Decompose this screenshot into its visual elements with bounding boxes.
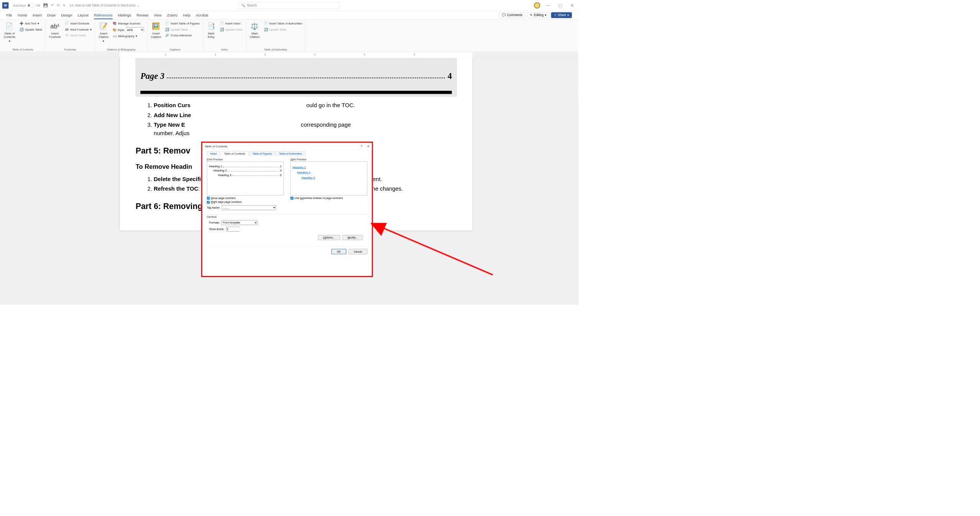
insert-toa-button[interactable]: 📄Insert Table of Authorities xyxy=(262,21,303,26)
search-input[interactable]: 🔍 Search xyxy=(238,2,340,9)
ribbon-group-citations: 📝 Insert Citation ▾ 📚Manage Sources 🎨Sty… xyxy=(95,20,147,52)
group-label: Index xyxy=(205,47,244,52)
ruler[interactable]: 1 2 3 4 5 6 xyxy=(0,52,578,58)
manage-sources-button[interactable]: 📚Manage Sources xyxy=(111,21,146,26)
close-button[interactable]: ✕ xyxy=(568,3,576,8)
help-button[interactable]: ? xyxy=(361,144,362,148)
menu-file[interactable]: File xyxy=(7,13,12,19)
minimize-button[interactable]: — xyxy=(544,3,552,8)
autosave-toggle[interactable]: AutoSave Off xyxy=(13,3,40,7)
cross-reference-button[interactable]: 🔗Cross-reference xyxy=(164,33,201,38)
undo-icon[interactable]: ↶ xyxy=(51,3,54,7)
list-item[interactable]: Type New Exxxxxxxxxxxxxxxxxxxxxxxxxxxxxx… xyxy=(154,120,457,138)
chevron-down-icon: ▾ xyxy=(103,39,104,43)
xref-icon: 🔗 xyxy=(165,33,169,38)
citation-style-select[interactable]: 🎨Style:APA xyxy=(111,27,146,33)
toggle-off-icon[interactable] xyxy=(27,3,35,7)
insert-caption-button[interactable]: 🖼️ Insert Caption xyxy=(149,21,163,39)
group-label: Citations & Bibliography xyxy=(97,47,146,52)
cancel-button[interactable]: Cancel xyxy=(349,249,367,254)
print-preview-box[interactable]: Heading 11 Heading 23 Heading 35 xyxy=(207,162,284,196)
menu-insert[interactable]: Insert xyxy=(33,13,42,19)
tab-toc[interactable]: Table of Contents xyxy=(221,151,249,156)
hyperlinks-checkbox[interactable]: Use hyperlinks instead of page numbers xyxy=(290,196,367,199)
show-levels-input[interactable] xyxy=(226,227,239,232)
insert-tof-button[interactable]: 📄Insert Table of Figures xyxy=(164,21,201,26)
chevron-down-icon: ▾ xyxy=(38,22,39,25)
embed-page-num: 4 xyxy=(447,71,452,81)
web-preview-label: Web Preview xyxy=(290,158,367,161)
menu-view[interactable]: View xyxy=(154,13,162,19)
document-title[interactable]: 14. How to Add Table of Contents in Word… xyxy=(69,3,136,7)
comments-button[interactable]: 💬Comments xyxy=(499,12,525,18)
ok-button[interactable]: OK xyxy=(331,249,346,254)
ribbon-group-footnotes: ab¹ Insert Footnote 📄Insert Endnote abNe… xyxy=(46,20,95,52)
update-table-button[interactable]: 🔄Update Table xyxy=(18,27,43,32)
maximize-button[interactable]: ▢ xyxy=(556,3,564,8)
menu-mailings[interactable]: Mailings xyxy=(118,13,131,19)
tab-leader-select[interactable]: ....... xyxy=(222,205,277,210)
right-align-checkbox[interactable]: Right align page numbers xyxy=(207,201,284,204)
menu-help[interactable]: Help xyxy=(183,13,190,19)
list-item[interactable]: Position Cursxxxxxxxxxxxxxxxxxxxxxxxxxxx… xyxy=(154,101,457,110)
tab-toa[interactable]: Table of Authorities xyxy=(275,151,305,156)
ribbon-group-index: 📑 Mark Entry 📄Insert Index 🔄Update Index… xyxy=(203,20,246,52)
menu-home[interactable]: Home xyxy=(18,13,27,19)
menu-zotero[interactable]: Zotero xyxy=(167,13,177,19)
biblio-icon: 📖 xyxy=(113,34,117,38)
share-button[interactable]: ⇪Share▾ xyxy=(551,12,572,18)
insert-citation-button[interactable]: 📝 Insert Citation ▾ xyxy=(97,21,110,44)
document-viewport[interactable]: Page 3 4 Position Cursxxxxxxxxxxxxxxxxxx… xyxy=(0,58,578,305)
qat-dropdown-icon[interactable]: ▾ xyxy=(63,3,65,7)
show-page-numbers-checkbox[interactable]: Show page numbers xyxy=(207,196,284,199)
annotation-arrow xyxy=(371,223,506,291)
tab-index[interactable]: Index xyxy=(207,151,220,156)
menu-acrobat[interactable]: Acrobat xyxy=(196,13,208,19)
sources-icon: 📚 xyxy=(113,21,117,26)
embedded-screenshot[interactable]: Page 3 4 xyxy=(136,58,457,96)
redo-icon[interactable]: ↻ xyxy=(57,3,60,7)
mark-citation-button[interactable]: ⚖️ Mark Citation xyxy=(248,21,261,39)
share-icon: ⇪ xyxy=(554,13,557,17)
list-item[interactable]: Add New Line xyxy=(154,111,457,119)
search-icon: 🔍 xyxy=(241,3,245,7)
group-label: Table of Authorities xyxy=(248,47,303,52)
show-levels-label: Show levels: xyxy=(209,227,225,230)
style-dropdown[interactable]: APA xyxy=(126,27,144,32)
web-link-h1[interactable]: Heading 1 xyxy=(292,165,365,169)
options-button[interactable]: Options... xyxy=(318,235,340,240)
table-of-contents-button[interactable]: 📄 Table of Contents ▾ xyxy=(2,21,17,44)
embed-page-label: Page 3 xyxy=(140,71,164,81)
save-icon[interactable]: 💾 xyxy=(43,3,48,7)
general-label: General xyxy=(207,215,367,218)
insert-endnote-button[interactable]: 📄Insert Endnote xyxy=(64,21,93,26)
web-link-h3[interactable]: Heading 3 xyxy=(292,176,365,180)
menu-references[interactable]: References xyxy=(94,13,112,19)
dialog-tabs: Index Table of Contents Table of Figures… xyxy=(202,150,372,156)
close-button[interactable]: ✕ xyxy=(367,144,370,148)
tab-tof[interactable]: Table of Figures xyxy=(249,151,275,156)
ribbon-references: 📄 Table of Contents ▾ ➕Add Text▾ 🔄Update… xyxy=(0,20,578,52)
chevron-down-icon[interactable]: ⌄ xyxy=(137,3,140,7)
menu-design[interactable]: Design xyxy=(61,13,72,19)
menu-layout[interactable]: Layout xyxy=(78,13,88,19)
mark-entry-button[interactable]: 📑 Mark Entry xyxy=(205,21,218,39)
editing-mode-button[interactable]: ✎Editing▾ xyxy=(527,12,549,18)
menu-draw[interactable]: Draw xyxy=(47,13,56,19)
menu-review[interactable]: Review xyxy=(136,13,148,19)
bibliography-button[interactable]: 📖Bibliography▾ xyxy=(111,33,146,39)
formats-select[interactable]: From template xyxy=(221,220,257,225)
tab-leader-label: Tab leader: xyxy=(207,206,220,209)
add-text-button[interactable]: ➕Add Text▾ xyxy=(18,21,43,26)
dialog-titlebar[interactable]: Table of Contents ? ✕ xyxy=(202,143,372,150)
modify-button[interactable]: Modify... xyxy=(343,235,363,240)
mark-citation-icon: ⚖️ xyxy=(250,22,259,31)
tab-leader-row: Tab leader: ....... xyxy=(207,205,284,210)
user-avatar[interactable] xyxy=(534,2,541,9)
insert-footnote-button[interactable]: ab¹ Insert Footnote xyxy=(48,21,63,39)
web-link-h2[interactable]: Heading 2 xyxy=(292,171,365,174)
insert-index-button[interactable]: 📄Insert Index xyxy=(218,21,244,26)
next-footnote-button[interactable]: abNext Footnote▾ xyxy=(64,27,93,32)
web-preview-box[interactable]: Heading 1 Heading 2 Heading 3 xyxy=(290,162,367,196)
dialog-title: Table of Contents xyxy=(205,145,228,148)
